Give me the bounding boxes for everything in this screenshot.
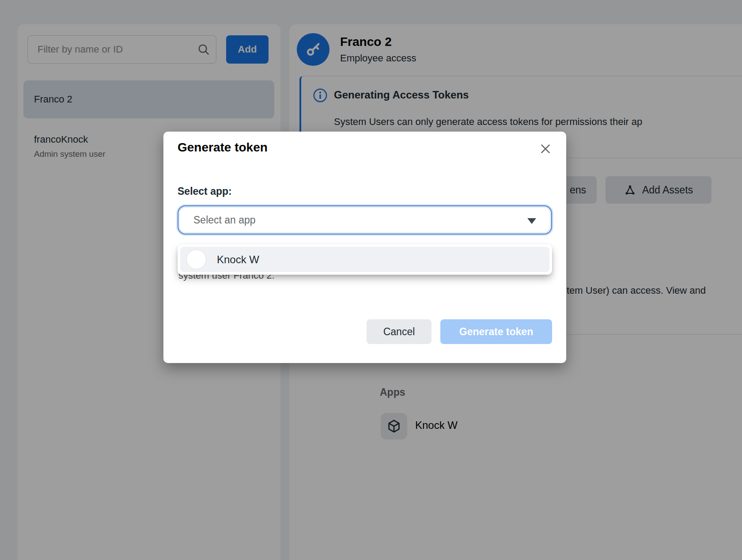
close-icon [539,142,552,155]
business-settings-page: y Add Franco 2 francoKnock Admin system … [0,0,742,560]
generate-token-submit-button[interactable]: Generate token [440,319,552,344]
app-select-dropdown[interactable]: Select an app [178,205,552,235]
app-option-knock-w[interactable]: Knock W [180,247,549,272]
app-select-placeholder: Select an app [178,214,256,226]
cancel-button[interactable]: Cancel [367,319,432,344]
modal-title: Generate token [178,140,268,155]
select-app-label: Select app: [178,185,232,197]
app-option-label: Knock W [217,254,259,266]
app-option-avatar [186,250,206,269]
app-options-panel: Knock W [178,244,552,275]
modal-close-button[interactable] [539,142,552,155]
generate-token-modal: Generate token Select app: Select an app… [163,132,566,363]
chevron-down-icon [527,218,536,224]
